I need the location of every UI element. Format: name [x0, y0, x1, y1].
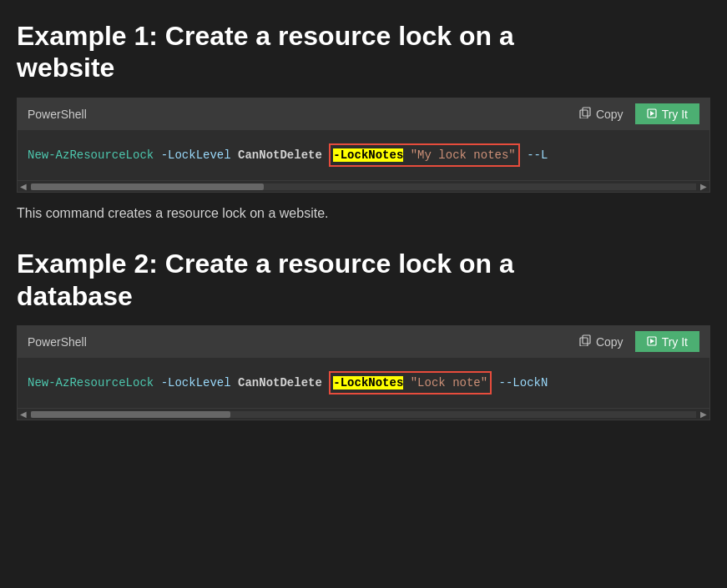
- example-2-lang: PowerShell: [28, 335, 87, 349]
- code-val1: CanNotDelete: [238, 148, 322, 162]
- code-str2: "My lock notes": [411, 148, 516, 162]
- code-rest: --L: [527, 148, 548, 162]
- example-1-code-body: New-AzResourceLock -LockLevel CanNotDele…: [18, 130, 709, 180]
- code-highlight-box-2: -LockNotes "Lock note": [329, 371, 492, 395]
- svg-marker-3: [650, 111, 654, 116]
- code-str2-2: "Lock note": [411, 376, 487, 389]
- svg-rect-0: [583, 108, 590, 116]
- example-1-copy-button[interactable]: Copy: [568, 103, 635, 124]
- example-1-scrollbar[interactable]: ◀ ▶: [18, 180, 709, 192]
- example-1-try-it-button[interactable]: Try It: [635, 103, 699, 124]
- scroll-track[interactable]: [31, 183, 696, 190]
- code-param1-2: -LockLevel: [161, 376, 231, 389]
- svg-rect-1: [580, 110, 588, 118]
- example-2-actions: Copy Try It: [568, 331, 699, 352]
- example-1-code-block: PowerShell Copy Try It: [17, 98, 710, 193]
- code-command-2: New-AzResourceLock: [28, 376, 154, 389]
- example-2-code-body: New-AzResourceLock -LockLevel CanNotDele…: [18, 358, 709, 408]
- svg-marker-7: [650, 339, 654, 344]
- code-param2-highlight-2: -LockNotes: [333, 376, 403, 389]
- scroll-right-arrow[interactable]: ▶: [698, 181, 709, 193]
- scroll-left-arrow[interactable]: ◀: [18, 181, 29, 193]
- example-2-try-it-button[interactable]: Try It: [635, 331, 699, 352]
- example-2-scrollbar[interactable]: ◀ ▶: [18, 408, 709, 420]
- example-2-title: Example 2: Create a resource lock on a d…: [17, 248, 710, 312]
- try-it-icon: [647, 108, 657, 121]
- copy-icon: [579, 107, 591, 121]
- example-1-title: Example 1: Create a resource lock on a w…: [17, 20, 710, 84]
- code-param2-highlight: -LockNotes: [333, 148, 403, 162]
- code-val1-2: CanNotDelete: [238, 376, 322, 389]
- code-highlight-box-1: -LockNotes "My lock notes": [329, 143, 519, 167]
- scroll-thumb-2[interactable]: [31, 411, 230, 418]
- example-1-header: PowerShell Copy Try It: [18, 98, 709, 130]
- example-1-lang: PowerShell: [28, 108, 87, 121]
- example-1-description: This command creates a resource lock on …: [17, 206, 710, 221]
- scroll-track-2[interactable]: [31, 411, 696, 418]
- example-2-header: PowerShell Copy Try It: [18, 326, 709, 358]
- copy-icon-2: [579, 334, 591, 349]
- code-param1: -LockLevel: [161, 148, 231, 162]
- try-it-icon-2: [647, 335, 657, 349]
- code-rest-2: --LockN: [499, 376, 548, 389]
- code-command: New-AzResourceLock: [28, 148, 154, 162]
- example-2-code-line: New-AzResourceLock -LockLevel CanNotDele…: [28, 371, 699, 395]
- example-1-actions: Copy Try It: [568, 103, 699, 124]
- scroll-left-arrow-2[interactable]: ◀: [18, 409, 29, 420]
- example-2-code-block: PowerShell Copy Try It: [17, 325, 710, 420]
- scroll-right-arrow-2[interactable]: ▶: [698, 409, 709, 420]
- example-2-copy-button[interactable]: Copy: [568, 331, 635, 352]
- svg-rect-4: [583, 335, 590, 344]
- example-1-code-line: New-AzResourceLock -LockLevel CanNotDele…: [28, 143, 699, 167]
- scroll-thumb[interactable]: [31, 183, 264, 190]
- svg-rect-5: [580, 338, 588, 346]
